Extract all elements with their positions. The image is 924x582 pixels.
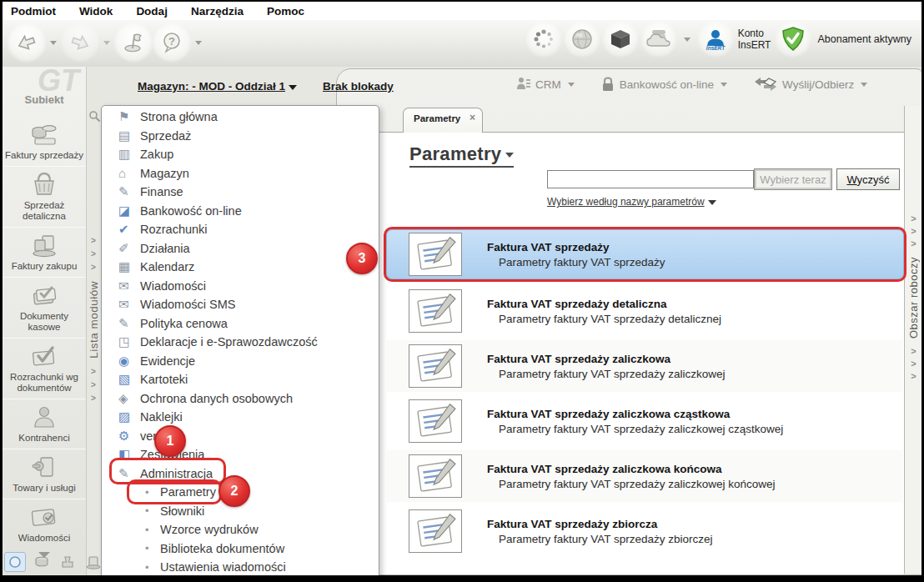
- chevron-right-icon: >: [911, 358, 916, 370]
- list-item-faktura-vat-zaliczkowa[interactable]: Faktura VAT sprzedaży zaliczkowa Paramet…: [387, 340, 902, 392]
- menu-narzedzia[interactable]: Narzędzia: [191, 5, 244, 18]
- menu-pomoc[interactable]: Pomoc: [267, 5, 304, 18]
- menu-item-dzialania[interactable]: ✐Działania: [102, 239, 379, 258]
- menu-item-wiadomosci[interactable]: ✉Wiadomości: [102, 277, 379, 296]
- sidebar-mode-coins-icon[interactable]: [32, 553, 52, 571]
- sidebar-item-dokumenty-kasowe[interactable]: Dokumenty kasowe: [3, 278, 86, 339]
- finance-icon: ✎: [118, 184, 140, 199]
- forward-button[interactable]: [63, 25, 98, 60]
- online-services-button[interactable]: [566, 23, 598, 55]
- sidebar-item-kontrahenci[interactable]: Kontrahenci: [3, 399, 86, 449]
- sync-button[interactable]: [528, 23, 560, 55]
- sidebar-mode-stamp-icon[interactable]: [58, 553, 78, 571]
- calendar-icon: ▦: [118, 259, 140, 274]
- crm-caret-icon: [568, 83, 575, 87]
- menu-item-strona-glowna[interactable]: ⚑Strona główna: [102, 108, 379, 127]
- bullet-icon: •: [145, 524, 160, 536]
- filter-by-name-link[interactable]: Wybierz według nazwy parametrów: [547, 196, 716, 208]
- parameter-list: Faktura VAT sprzedaży Parametry faktury …: [387, 227, 902, 560]
- menu-item-deklaracje[interactable]: ◳Deklaracje i e-Sprawozdawczość: [102, 333, 379, 352]
- send-receive-menu[interactable]: Wyślij/Odbierz: [753, 75, 870, 93]
- menu-podmiot[interactable]: Podmiot: [11, 5, 56, 18]
- parameter-search-input[interactable]: [547, 170, 754, 188]
- menu-item-naklejki[interactable]: ▨Naklejki: [102, 408, 379, 427]
- list-item-title: Faktura VAT sprzedaży detaliczna: [487, 298, 721, 310]
- menu-item-kalendarz[interactable]: ▦Kalendarz: [102, 258, 379, 277]
- tab-parametry[interactable]: Parametry ×: [403, 108, 483, 133]
- chevron-right-icon: >: [911, 345, 916, 358]
- back-dropdown-caret[interactable]: [50, 41, 57, 45]
- card-files-icon: ▧: [118, 372, 140, 387]
- modules-strip[interactable]: > > > Lista modułów > > >: [86, 105, 101, 575]
- sidebar-item-rozrachunki[interactable]: Rozrachunki wg dokumentów: [3, 339, 86, 399]
- page-title[interactable]: Parametry: [409, 143, 514, 168]
- menu-item-magazyn[interactable]: ⌂Magazyn: [102, 164, 379, 183]
- sidebar-item-towary-uslugi[interactable]: Towary i usługi: [3, 449, 86, 499]
- list-item-faktura-vat-sprzedazy[interactable]: Faktura VAT sprzedaży Parametry faktury …: [384, 227, 906, 282]
- sidebar-mode-circle-icon[interactable]: [4, 552, 26, 572]
- menu-item-polityka-cenowa[interactable]: ✎Polityka cenowa: [102, 314, 379, 334]
- insert-account-button[interactable]: InsERT: [700, 23, 731, 55]
- list-item-faktura-vat-zaliczkowa-koncowa[interactable]: Faktura VAT sprzedaży zaliczkowa końcowa…: [387, 450, 902, 502]
- list-item-faktura-vat-zaliczkowa-czastkowa[interactable]: Faktura VAT sprzedaży zaliczkowa cząstko…: [387, 395, 902, 447]
- navigation-flag-button[interactable]: [116, 25, 151, 60]
- sidebar-item-wiadomosci[interactable]: Wiadomości: [3, 499, 86, 549]
- sidebar-item-sprzedaz-detaliczna[interactable]: Sprzedaż detaliczna: [3, 167, 86, 228]
- lock-status-link[interactable]: Brak blokady: [323, 80, 394, 93]
- activities-icon: ✐: [118, 241, 140, 256]
- subscription-status-button[interactable]: [777, 23, 809, 55]
- menu-item-wiadomosci-sms[interactable]: ✉Wiadomości SMS: [102, 295, 379, 314]
- menu-item-finanse[interactable]: ✎Finanse: [102, 183, 379, 202]
- workspace-strip[interactable]: > > > Obszar roboczy > > >: [904, 106, 921, 574]
- menu-widok[interactable]: Widok: [79, 5, 113, 18]
- menu-pin-icon[interactable]: [88, 110, 101, 123]
- settlements-icon: [27, 343, 62, 369]
- sidebar-item-label: Dokumenty kasowe: [3, 311, 86, 333]
- help-dropdown-caret[interactable]: [195, 41, 202, 45]
- cloud-services-button[interactable]: [643, 23, 675, 55]
- list-item-faktura-vat-zbiorcza[interactable]: Faktura VAT sprzedaży zbiorcza Parametry…: [387, 505, 902, 557]
- shield-check-icon: [781, 26, 806, 53]
- menu-item-bankowosc[interactable]: ◪Bankowość on-line: [102, 202, 379, 221]
- annotation-step-1: 1: [154, 425, 186, 457]
- chevron-right-icon: >: [911, 213, 916, 225]
- menu-item-rozrachunki[interactable]: ✔Rozrachunki: [102, 220, 379, 239]
- menu-item-wzorce-wydrukow[interactable]: •Wzorce wydruków: [102, 520, 379, 539]
- menu-item-vendero[interactable]: ⚙vendero: [102, 427, 379, 446]
- contractors-icon: [27, 404, 62, 430]
- menu-item-kartoteki[interactable]: ▧Kartoteki: [102, 370, 379, 389]
- warehouse-selector-link[interactable]: Magazyn: - MOD - Oddział 1: [138, 80, 297, 93]
- workspace-strip-label: Obszar roboczy: [907, 257, 920, 339]
- warehouse-icon: ⌂: [118, 166, 140, 180]
- flag-pin-icon: [123, 32, 144, 53]
- menu-item-ewidencje[interactable]: ◉Ewidencje: [102, 352, 379, 371]
- menu-item-ustawienia-wiadomosci[interactable]: •Ustawienia wiadomości: [102, 558, 379, 575]
- select-now-button[interactable]: Wybierz teraz: [754, 168, 832, 190]
- globe-icon: [570, 28, 594, 51]
- menubar: Podmiot Widok Dodaj Narzędzia Pomoc: [3, 2, 921, 20]
- menu-item-ochrona-danych[interactable]: ◈Ochrona danych osobowych: [102, 389, 379, 409]
- menu-dodaj[interactable]: Dodaj: [136, 5, 168, 18]
- sidebar-item-faktury-zakupu[interactable]: Faktury zakupu: [3, 228, 86, 278]
- list-item-title: Faktura VAT sprzedaży zbiorcza: [487, 518, 713, 530]
- home-icon: ⚑: [118, 109, 140, 124]
- crm-person-icon: [515, 76, 531, 93]
- list-item-faktura-vat-detaliczna[interactable]: Faktura VAT sprzedaży detaliczna Paramet…: [387, 285, 902, 337]
- vendero-gear-icon: ⚙: [118, 429, 140, 444]
- back-button[interactable]: [9, 25, 44, 60]
- cloud-dropdown-caret[interactable]: [684, 38, 690, 42]
- tab-close-icon[interactable]: ×: [470, 113, 475, 122]
- sales-icon: ▤: [118, 128, 140, 143]
- menu-item-sprzedaz[interactable]: ▤Sprzedaż: [102, 127, 379, 146]
- help-button[interactable]: ?: [154, 25, 189, 60]
- forward-dropdown-caret[interactable]: [103, 41, 110, 45]
- sidebar-item-faktury-sprzedazy[interactable]: Faktury sprzedaży: [3, 117, 86, 167]
- menu-item-zakup[interactable]: ▥Zakup: [102, 145, 379, 164]
- banking-menu[interactable]: Bankowość on-line: [600, 76, 730, 93]
- list-item-subtitle: Parametry faktury VAT sprzedaży detalicz…: [487, 313, 721, 325]
- crm-menu[interactable]: CRM: [515, 76, 577, 93]
- package-button[interactable]: [605, 23, 636, 55]
- clear-button[interactable]: Wyczyść: [836, 168, 900, 190]
- menu-item-biblioteka-dokumentow[interactable]: •Biblioteka dokumentów: [102, 539, 379, 559]
- parameter-doc-icon: [409, 399, 462, 443]
